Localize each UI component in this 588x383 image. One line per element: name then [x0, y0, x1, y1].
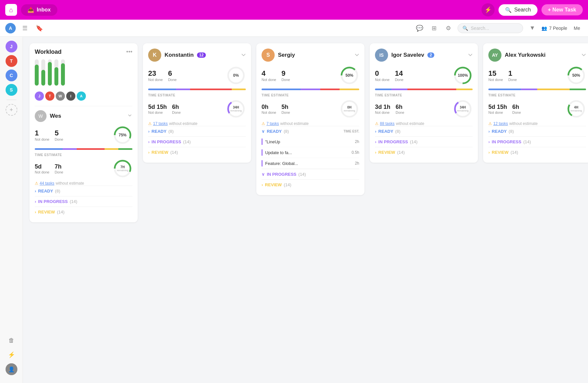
- workload-chart: [35, 59, 132, 89]
- mini-avatar-1: J: [35, 91, 44, 101]
- sergiy-warning: ⚠ 7 tasks without estimate: [262, 121, 359, 126]
- inbox-tab[interactable]: 📥 Inbox: [21, 4, 57, 16]
- new-task-label: + New Task: [548, 7, 576, 13]
- alex-header: AY Alex Yurkowski: [488, 49, 586, 62]
- settings-icon[interactable]: ⚙: [443, 23, 454, 33]
- wes-time-not-done: 5d Not done: [35, 163, 49, 174]
- igor-color-bars: [375, 89, 473, 90]
- konstantin-warning-link[interactable]: 17 tasks: [153, 121, 168, 126]
- sergiy-task-2[interactable]: Update to fa... 0.5h: [262, 147, 359, 158]
- search-button[interactable]: 🔍 Search: [499, 4, 538, 16]
- workload-menu-icon[interactable]: •••: [126, 49, 132, 55]
- me-button[interactable]: Me: [571, 24, 583, 32]
- alex-avatar: AY: [488, 49, 501, 62]
- warning-icon: ⚠: [35, 181, 38, 186]
- sergiy-review-section[interactable]: › REVIEW (14): [262, 179, 359, 190]
- konstantin-chevron[interactable]: [241, 52, 246, 58]
- konstantin-warning: ⚠ 17 tasks without estimate: [148, 121, 246, 126]
- alex-card: AY Alex Yurkowski 15 Not done 1 Done: [483, 43, 588, 163]
- menu-icon[interactable]: ☰: [20, 23, 30, 33]
- wes-color-bars: [35, 148, 132, 150]
- igor-chevron[interactable]: [468, 52, 473, 58]
- igor-ready-section[interactable]: › READY (8): [375, 126, 473, 136]
- alex-warning-link[interactable]: 12 tasks: [493, 121, 508, 126]
- sidebar-lightning-icon[interactable]: ⚡: [6, 349, 17, 361]
- add-workspace-button[interactable]: +: [6, 104, 17, 116]
- alex-progress-ring: 50%: [566, 66, 586, 85]
- igor-time-done: 6h Done: [396, 104, 404, 114]
- sergiy-ready-section[interactable]: ∨ READY (8) TIME EST.: [262, 126, 359, 136]
- mini-avatar-2: T: [45, 91, 54, 101]
- filter-icon[interactable]: ▼: [527, 23, 538, 33]
- search-label: Search: [514, 7, 531, 13]
- people-icon: 👥: [541, 26, 547, 31]
- chart-bar-1: [35, 59, 39, 86]
- lightning-button[interactable]: ⚡: [481, 3, 495, 16]
- bookmark-icon[interactable]: 🔖: [34, 23, 45, 33]
- wes-inprogress-section[interactable]: › IN PROGRESS (14): [35, 196, 132, 207]
- igor-review-section[interactable]: › REVIEW (14): [375, 147, 473, 157]
- wes-review-chevron: ›: [35, 210, 36, 214]
- igor-header: IS Igor Savelev 2: [375, 49, 473, 62]
- igor-time-stats: 3d 1h Not done 6h Done 34H remaining: [375, 99, 473, 119]
- wes-ready-section[interactable]: › READY (8): [35, 186, 132, 196]
- igor-warning-link[interactable]: 88 tasks: [380, 121, 395, 126]
- sidebar-user-s[interactable]: S: [6, 84, 17, 96]
- igor-inprogress-section[interactable]: › IN PROGRESS (14): [375, 136, 473, 147]
- top-navigation: ⌂ 📥 Inbox ⚡ 🔍 Search + New Task: [0, 0, 588, 20]
- sidebar-divider: [7, 100, 16, 100]
- konstantin-ready-section[interactable]: › READY (8): [148, 126, 246, 136]
- sidebar-user-c[interactable]: C: [6, 70, 17, 81]
- igor-progress-ring: 100%: [453, 66, 473, 85]
- sergiy-task-3[interactable]: Feature: Global... 2h: [262, 158, 359, 169]
- wes-name: Wes: [50, 113, 61, 119]
- new-task-button[interactable]: + New Task: [541, 4, 583, 15]
- konstantin-inprogress-section[interactable]: › IN PROGRESS (14): [148, 136, 246, 147]
- sergiy-time-not-done: 0h Not done: [262, 104, 276, 114]
- sergiy-time-done: 5h Done: [282, 104, 290, 114]
- alex-ready-section[interactable]: › READY (8): [488, 126, 586, 136]
- alex-not-done: 15 Not done: [488, 69, 503, 82]
- konstantin-review-section[interactable]: › REVIEW (14): [148, 147, 246, 157]
- content-area: Workload •••: [23, 37, 588, 383]
- chart-bar-2: [41, 59, 45, 86]
- sergiy-warning-link[interactable]: 7 tasks: [266, 121, 279, 126]
- task-bar-icon: [262, 138, 263, 145]
- sidebar-user-t[interactable]: T: [6, 55, 17, 67]
- igor-time-label: TIME ESTIMATE: [375, 93, 473, 97]
- user-profile-avatar[interactable]: 👤: [6, 363, 17, 375]
- secondary-navigation: A ☰ 🔖 💬 ⊞ ⚙ 🔍 Search... ▼ 👥 7 People Me: [0, 20, 588, 37]
- alex-time-label: TIME ESTIMATE: [488, 93, 586, 97]
- user-avatar[interactable]: A: [5, 23, 16, 33]
- mini-avatar-3: W: [56, 91, 65, 101]
- inbox-label: Inbox: [37, 7, 51, 13]
- konstantin-time-done: 6h Done: [172, 104, 181, 114]
- alex-review-section[interactable]: › REVIEW (14): [488, 147, 586, 157]
- wes-progress-ring: 75%: [113, 125, 132, 145]
- sergiy-inprogress-section[interactable]: ∨ IN PROGRESS (14): [262, 169, 359, 179]
- sergiy-time-stats: 0h Not done 5h Done 0H remaining: [262, 99, 359, 119]
- wes-review-section[interactable]: › REVIEW (14): [35, 207, 132, 217]
- search-icon: 🔍: [505, 7, 512, 13]
- igor-stats: 0 Not done 14 Done 100%: [375, 66, 473, 85]
- logo-button[interactable]: ⌂: [5, 4, 17, 16]
- konstantin-avatar: K: [148, 49, 161, 62]
- search-bar-icon: 🔍: [462, 26, 468, 31]
- workload-card: Workload •••: [29, 43, 138, 222]
- workload-card-header: Workload •••: [35, 49, 132, 55]
- sergiy-chevron[interactable]: [355, 52, 359, 58]
- alex-inprogress-section[interactable]: › IN PROGRESS (14): [488, 136, 586, 147]
- igor-time-not-done: 3d 1h Not done: [375, 104, 390, 114]
- igor-not-done: 0 Not done: [375, 69, 390, 82]
- wes-warning-link[interactable]: 44 tasks: [40, 181, 54, 186]
- search-bar[interactable]: 🔍 Search...: [458, 23, 523, 33]
- alex-chevron[interactable]: [581, 52, 586, 58]
- grid-icon[interactable]: ⊞: [429, 23, 439, 33]
- wes-chevron[interactable]: [127, 113, 132, 119]
- sergiy-task-1[interactable]: "LineUp 2h: [262, 136, 359, 147]
- sidebar-user-j[interactable]: J: [6, 41, 17, 52]
- people-button[interactable]: 👥 7 People: [541, 26, 567, 31]
- comment-icon[interactable]: 💬: [414, 23, 425, 33]
- alex-time-done: 6h Done: [512, 104, 521, 114]
- trash-icon[interactable]: 🗑: [6, 334, 17, 346]
